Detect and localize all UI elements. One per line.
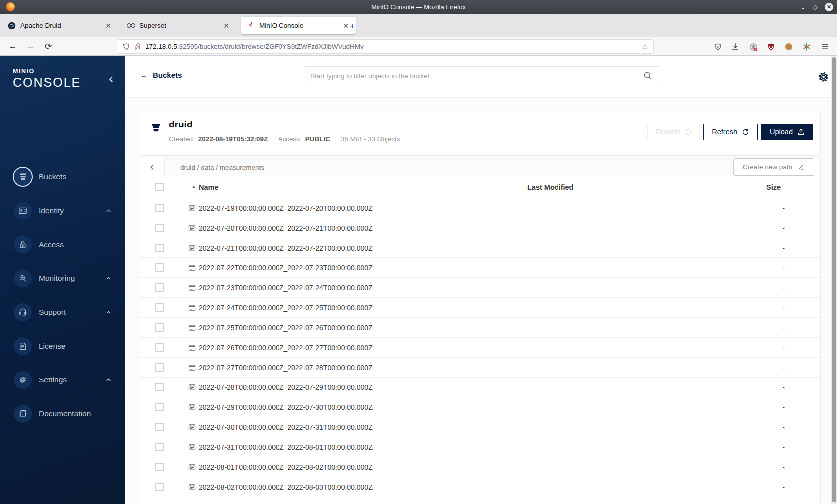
- sidebar-item-settings[interactable]: Settings: [0, 370, 125, 390]
- bookmark-star-icon[interactable]: ☆: [642, 42, 648, 51]
- row-checkbox[interactable]: [155, 283, 164, 292]
- row-checkbox[interactable]: [155, 463, 164, 471]
- chevron-up-icon[interactable]: [105, 309, 112, 316]
- object-name: 2022-07-31T00:00:00.000Z_2022-08-01T00:0…: [199, 443, 373, 451]
- object-row[interactable]: 2022-08-01T00:00:00.000Z_2022-08-02T00:0…: [140, 457, 821, 477]
- refresh-button[interactable]: Refresh: [703, 124, 758, 140]
- rewind-button[interactable]: Rewind: [647, 124, 700, 140]
- row-checkbox[interactable]: [155, 343, 164, 352]
- folder-calendar-icon: [188, 244, 196, 252]
- insecure-lock-icon[interactable]: [134, 43, 141, 50]
- row-checkbox[interactable]: [155, 263, 164, 272]
- sidebar-item-identity[interactable]: Identity: [0, 201, 125, 221]
- sidebar-collapse-icon[interactable]: [107, 75, 116, 84]
- folder-calendar-icon: [188, 383, 196, 391]
- chevron-up-icon[interactable]: [105, 377, 112, 383]
- object-row[interactable]: 2022-07-23T00:00:00.000Z_2022-07-24T00:0…: [140, 278, 821, 298]
- row-checkbox[interactable]: [155, 363, 164, 372]
- refresh-label: Refresh: [712, 128, 737, 136]
- sidebar-item-documentation[interactable]: Documentation: [0, 404, 125, 424]
- path-back-button[interactable]: [140, 158, 165, 176]
- ublock-icon[interactable]: [765, 41, 776, 52]
- column-name[interactable]: Name: [199, 183, 219, 191]
- row-checkbox[interactable]: [155, 483, 164, 491]
- browser-tab-minio-console[interactable]: MinIO Console ✕: [241, 17, 356, 34]
- sidebar-item-license[interactable]: License: [0, 336, 125, 356]
- tab-strip: MinIO Console ✕ Superset ✕ Apache Druid …: [0, 14, 837, 37]
- chevron-up-icon[interactable]: [105, 208, 112, 214]
- shield-check-icon[interactable]: [712, 41, 723, 52]
- object-row[interactable]: 2022-07-20T00:00:00.000Z_2022-07-21T00:0…: [140, 218, 821, 238]
- created-label: Created:: [169, 135, 195, 143]
- row-checkbox[interactable]: [155, 303, 164, 312]
- colorful-asterisk-icon[interactable]: [801, 41, 812, 52]
- object-row[interactable]: 2022-07-26T00:00:00.000Z_2022-07-27T00:0…: [140, 338, 821, 358]
- object-row[interactable]: 2022-07-27T00:00:00.000Z_2022-07-28T00:0…: [140, 358, 821, 378]
- column-last-modified[interactable]: Last Modified: [527, 183, 573, 191]
- new-tab-button[interactable]: +: [346, 20, 359, 33]
- folder-calendar-icon: [188, 204, 196, 212]
- object-row[interactable]: 2022-08-02T00:00:00.000Z_2022-08-03T00:0…: [140, 477, 821, 497]
- back-to-buckets-label: Buckets: [153, 71, 182, 79]
- url-domain: 172.18.0.5: [145, 43, 177, 50]
- object-row[interactable]: 2022-07-31T00:00:00.000Z_2022-08-01T00:0…: [140, 437, 821, 457]
- object-row[interactable]: 2022-07-28T00:00:00.000Z_2022-07-29T00:0…: [140, 378, 821, 397]
- row-checkbox[interactable]: [155, 244, 164, 252]
- back-to-buckets-link[interactable]: ← Buckets: [140, 71, 182, 79]
- cookie-icon[interactable]: [783, 41, 794, 52]
- reload-button[interactable]: ⟳: [41, 39, 55, 53]
- breadcrumb[interactable]: druid / data / measurements: [165, 158, 731, 176]
- download-icon[interactable]: [730, 41, 741, 52]
- row-checkbox[interactable]: [155, 443, 164, 451]
- sidebar-item-access[interactable]: Access: [0, 235, 125, 254]
- object-row[interactable]: 2022-07-21T00:00:00.000Z_2022-07-22T00:0…: [140, 238, 821, 258]
- object-row[interactable]: 2022-07-29T00:00:00.000Z_2022-07-30T00:0…: [140, 397, 821, 417]
- tab-close-icon[interactable]: ✕: [103, 21, 113, 31]
- create-new-path-button[interactable]: Create new path: [733, 158, 814, 176]
- row-checkbox[interactable]: [155, 323, 164, 332]
- object-row[interactable]: 2022-07-25T00:00:00.000Z_2022-07-26T00:0…: [140, 318, 821, 338]
- object-row[interactable]: 2022-07-30T00:00:00.000Z_2022-07-31T00:0…: [140, 417, 821, 437]
- object-filter-input[interactable]: [310, 72, 643, 80]
- tracking-protection-shield-icon[interactable]: [122, 43, 130, 51]
- url-bar[interactable]: 172.18.0.5:32595/buckets/druid/browse/ZG…: [117, 39, 654, 54]
- upload-button[interactable]: Upload: [761, 124, 813, 140]
- object-size: -: [766, 304, 785, 312]
- scrollbar-thumb[interactable]: [832, 57, 836, 502]
- sidebar-item-buckets[interactable]: Buckets: [0, 167, 125, 187]
- sidebar-item-support[interactable]: Support: [0, 302, 125, 322]
- minimize-icon[interactable]: ⌄: [800, 4, 806, 10]
- navigation-toolbar: ← → ⟳ 172.18.0.5:32595/buckets/druid/bro…: [0, 37, 837, 56]
- object-row[interactable]: 2022-07-22T00:00:00.000Z_2022-07-23T00:0…: [140, 258, 821, 278]
- row-checkbox[interactable]: [155, 204, 164, 212]
- forward-button[interactable]: →: [24, 39, 38, 53]
- row-checkbox[interactable]: [155, 403, 164, 411]
- sort-ascending-icon[interactable]: ▲: [192, 184, 196, 189]
- browser-tab-superset[interactable]: Superset ✕: [122, 17, 236, 34]
- browser-tab-apache-druid[interactable]: Apache Druid ✕: [2, 17, 118, 34]
- object-row[interactable]: 2022-07-19T00:00:00.000Z_2022-07-20T00:0…: [140, 198, 821, 218]
- back-button[interactable]: ←: [6, 39, 20, 53]
- object-filter-box: [304, 66, 659, 85]
- upload-icon: [797, 128, 805, 136]
- column-size[interactable]: Size: [766, 183, 781, 191]
- select-all-checkbox[interactable]: [155, 183, 164, 191]
- menu-icon[interactable]: [819, 41, 830, 52]
- object-name: 2022-07-20T00:00:00.000Z_2022-07-21T00:0…: [199, 224, 373, 232]
- row-checkbox[interactable]: [155, 224, 164, 232]
- console-settings-gear-icon[interactable]: [817, 70, 830, 84]
- object-size: -: [766, 324, 785, 332]
- close-icon[interactable]: ✕: [825, 3, 833, 11]
- row-checkbox[interactable]: [155, 423, 164, 431]
- sidebar-item-monitoring[interactable]: Monitoring: [0, 268, 125, 288]
- sidebar-item-label: Support: [39, 308, 66, 317]
- chevron-up-icon[interactable]: [105, 275, 112, 282]
- extension-disabled-icon[interactable]: [748, 41, 759, 52]
- object-name: 2022-07-22T00:00:00.000Z_2022-07-23T00:0…: [199, 264, 373, 272]
- object-size: -: [766, 403, 785, 411]
- row-checkbox[interactable]: [155, 383, 164, 391]
- tab-close-icon[interactable]: ✕: [221, 21, 231, 31]
- page-scrollbar[interactable]: [831, 56, 837, 504]
- maximize-icon[interactable]: ◇: [813, 4, 818, 10]
- object-row[interactable]: 2022-07-24T00:00:00.000Z_2022-07-25T00:0…: [140, 298, 821, 318]
